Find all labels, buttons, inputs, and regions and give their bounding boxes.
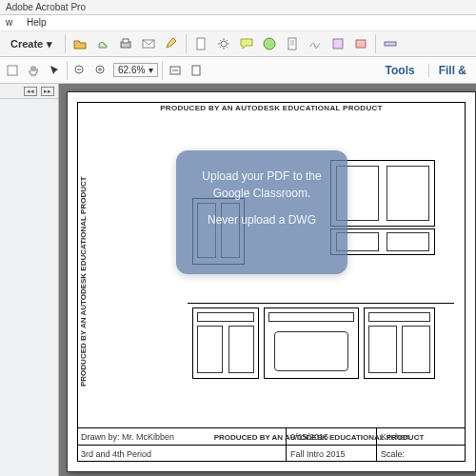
- svg-rect-9: [385, 42, 396, 46]
- navigation-pane: ◂◂ ▸▸: [0, 84, 59, 476]
- svg-point-4: [221, 41, 227, 47]
- save-cloud-icon[interactable]: [94, 35, 111, 52]
- multimedia-icon[interactable]: [352, 35, 369, 52]
- separator: [186, 34, 187, 53]
- gear-icon[interactable]: [215, 35, 232, 52]
- chevron-down-icon: ▾: [47, 38, 52, 50]
- print-icon[interactable]: [117, 35, 134, 52]
- create-button[interactable]: Create ▾: [4, 35, 59, 53]
- svg-rect-7: [333, 39, 343, 49]
- page-thumbnail-icon[interactable]: [4, 62, 21, 79]
- svg-rect-10: [8, 66, 17, 75]
- select-icon[interactable]: [46, 62, 63, 79]
- separator: [67, 61, 68, 80]
- edit-icon[interactable]: [163, 35, 180, 52]
- hand-icon[interactable]: [25, 62, 42, 79]
- separator: [162, 61, 163, 80]
- pdf-page: PRODUCED BY AN AUTODESK EDUCATIONAL PROD…: [67, 91, 476, 472]
- course: Fall Intro 2015: [287, 446, 377, 462]
- svg-rect-8: [356, 40, 366, 48]
- sign-icon[interactable]: [307, 35, 324, 52]
- window-title: Adobe Acrobat Pro: [0, 0, 476, 15]
- next-icon[interactable]: ▸▸: [41, 87, 54, 96]
- svg-rect-6: [288, 38, 296, 50]
- right-pane-tabs: Tools Fill &: [376, 64, 472, 77]
- watermark-top: PRODUCED BY AN AUTODESK EDUCATIONAL PROD…: [78, 104, 465, 112]
- separator: [65, 34, 66, 53]
- svg-rect-1: [123, 39, 129, 43]
- form-icon[interactable]: [329, 35, 347, 52]
- customize-icon[interactable]: [382, 35, 399, 52]
- chevron-down-icon: ▾: [149, 65, 153, 75]
- fit-width-icon[interactable]: [167, 62, 184, 79]
- email-icon[interactable]: [140, 35, 157, 52]
- tools-tab[interactable]: Tools: [376, 64, 415, 77]
- svg-rect-14: [192, 66, 200, 75]
- watermark-bottom: PRODUCED BY AN AUTODESK EDUCATIONAL PROD…: [173, 433, 465, 442]
- zoom-in-icon[interactable]: [92, 62, 109, 79]
- svg-point-5: [264, 38, 275, 50]
- comment-icon[interactable]: [238, 35, 255, 52]
- open-icon[interactable]: [71, 35, 89, 52]
- page-icon[interactable]: [192, 35, 209, 52]
- nav-toolbar: 62.6% ▾ Tools Fill &: [0, 57, 476, 84]
- fit-page-icon[interactable]: [188, 62, 205, 79]
- svg-rect-3: [197, 38, 205, 50]
- zoom-out-icon[interactable]: [71, 62, 89, 79]
- separator: [375, 34, 376, 53]
- period: 3rd and 4th Period: [77, 446, 287, 462]
- menu-item[interactable]: w: [6, 17, 12, 28]
- approve-icon[interactable]: [261, 35, 278, 52]
- document-viewport[interactable]: PRODUCED BY AN AUTODESK EDUCATIONAL PROD…: [59, 84, 476, 476]
- doc-icon[interactable]: [284, 35, 301, 52]
- main-toolbar: Create ▾: [0, 30, 476, 57]
- scale: Scale:: [377, 446, 466, 462]
- instruction-overlay: Upload your PDF to the Google Classroom.…: [176, 150, 347, 274]
- prev-icon[interactable]: ◂◂: [24, 87, 37, 96]
- menu-item-help[interactable]: Help: [27, 17, 47, 28]
- zoom-level[interactable]: 62.6% ▾: [113, 63, 158, 77]
- fill-sign-tab[interactable]: Fill &: [428, 64, 466, 77]
- menu-bar: w Help: [0, 15, 476, 30]
- watermark-left: PRODUCED BY AN AUTODESK EDUCATIONAL PROD…: [79, 103, 88, 461]
